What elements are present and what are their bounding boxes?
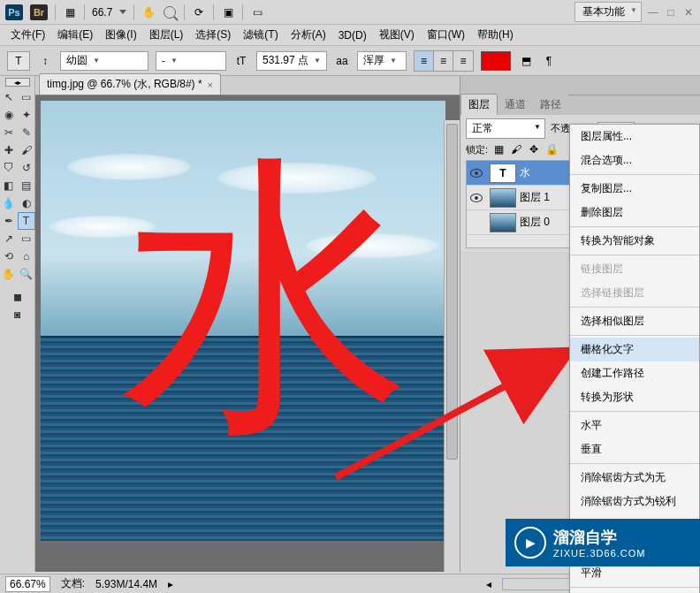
align-left-button[interactable]: ≡ bbox=[415, 51, 434, 71]
menu-select[interactable]: 选择(S) bbox=[190, 26, 236, 44]
eraser-tool[interactable]: ◧ bbox=[0, 177, 18, 194]
cm-convert-to-shape[interactable]: 转换为形状 bbox=[570, 385, 699, 409]
hand-tool-icon[interactable]: ✋ bbox=[141, 5, 156, 19]
font-style-dropdown[interactable]: - bbox=[156, 51, 226, 71]
close-button[interactable]: ✕ bbox=[682, 6, 695, 19]
cm-create-work-path[interactable]: 创建工作路径 bbox=[570, 361, 699, 385]
text-orientation-icon[interactable]: ↕ bbox=[37, 51, 53, 71]
tools-collapse-toggle[interactable]: ◂▸ bbox=[5, 78, 30, 87]
zoom-level-display[interactable]: 66.7 bbox=[92, 6, 112, 19]
menu-help[interactable]: 帮助(H) bbox=[472, 26, 519, 44]
watermark-url: ZIXUE.3D66.COM bbox=[553, 548, 645, 559]
document-tab[interactable]: timg.jpg @ 66.7% (水, RGB/8#) * × bbox=[39, 73, 221, 95]
menu-analysis[interactable]: 分析(A) bbox=[285, 26, 331, 44]
path-select-tool[interactable]: ↗ bbox=[0, 230, 18, 247]
dodge-tool[interactable]: ◐ bbox=[18, 194, 35, 212]
3d-rotate-tool[interactable]: ⟲ bbox=[0, 247, 18, 265]
cm-convert-smart-object[interactable]: 转换为智能对象 bbox=[570, 229, 699, 253]
lock-transparent-icon[interactable]: ▦ bbox=[491, 142, 506, 156]
pen-tool[interactable]: ✒ bbox=[0, 212, 18, 230]
status-flyout-icon[interactable]: ▸ bbox=[168, 578, 173, 590]
cm-convert-paragraph[interactable]: 转换为段落文本 bbox=[570, 589, 699, 593]
quick-mask-toggle[interactable]: ◙ bbox=[9, 306, 27, 323]
3d-camera-tool[interactable]: ⌂ bbox=[18, 247, 35, 265]
vertical-scrollbar[interactable] bbox=[444, 120, 460, 572]
bridge-icon[interactable]: Br bbox=[30, 4, 48, 20]
cm-aa-none[interactable]: 消除锯齿方式为无 bbox=[570, 466, 699, 490]
layers-tab[interactable]: 图层 bbox=[460, 94, 498, 115]
zoom-tool-icon[interactable] bbox=[163, 5, 177, 19]
warp-text-icon[interactable]: ⬒ bbox=[518, 53, 534, 69]
hand-tool[interactable]: ✋ bbox=[0, 265, 18, 283]
brush-tool[interactable]: 🖌 bbox=[18, 141, 35, 159]
align-right-button[interactable]: ≡ bbox=[453, 51, 473, 71]
quick-select-tool[interactable]: ✦ bbox=[18, 106, 35, 124]
gradient-tool[interactable]: ▤ bbox=[18, 177, 35, 194]
cm-delete-layer[interactable]: 删除图层 bbox=[570, 201, 699, 224]
visibility-toggle-icon[interactable] bbox=[470, 194, 483, 202]
status-zoom[interactable]: 66.67% bbox=[5, 576, 50, 592]
workspace-switcher[interactable]: 基本功能 bbox=[574, 2, 642, 22]
align-center-button[interactable]: ≡ bbox=[434, 51, 453, 71]
anti-alias-dropdown[interactable]: 浑厚 bbox=[357, 51, 407, 71]
crop-tool[interactable]: ✂ bbox=[0, 124, 18, 141]
visibility-toggle-icon[interactable] bbox=[470, 169, 483, 178]
foreground-background-swatch[interactable]: ◼ bbox=[9, 288, 27, 306]
maximize-button[interactable]: □ bbox=[665, 6, 677, 19]
lasso-tool[interactable]: ◉ bbox=[0, 106, 18, 124]
cm-rasterize-type[interactable]: 栅格化文字 bbox=[570, 338, 699, 361]
menu-window[interactable]: 窗口(W) bbox=[422, 26, 470, 44]
eyedropper-tool[interactable]: ✎ bbox=[18, 124, 35, 141]
cm-duplicate-layer[interactable]: 复制图层... bbox=[570, 177, 699, 201]
menu-edit[interactable]: 编辑(E) bbox=[52, 26, 98, 44]
launch-mini-bridge-icon[interactable]: ▦ bbox=[63, 5, 77, 19]
photoshop-icon[interactable]: Ps bbox=[5, 4, 23, 20]
cm-horizontal[interactable]: 水平 bbox=[570, 414, 699, 437]
menu-3d[interactable]: 3D(D) bbox=[333, 27, 372, 43]
cm-select-similar[interactable]: 选择相似图层 bbox=[570, 309, 699, 333]
font-family-dropdown[interactable]: 幼圆 bbox=[60, 51, 148, 71]
lock-all-icon[interactable]: 🔒 bbox=[544, 142, 559, 156]
status-doc-info[interactable]: 5.93M/14.4M bbox=[95, 578, 157, 590]
clone-stamp-tool[interactable]: ⛉ bbox=[0, 159, 18, 177]
marquee-tool[interactable]: ▭ bbox=[18, 88, 35, 106]
menu-filter[interactable]: 滤镜(T) bbox=[238, 26, 283, 44]
arrange-documents-icon[interactable]: ▣ bbox=[221, 5, 235, 19]
text-color-swatch[interactable] bbox=[481, 51, 511, 71]
document-tab-bar: timg.jpg @ 66.7% (水, RGB/8#) * × bbox=[35, 76, 460, 95]
lock-pixels-icon[interactable]: 🖌 bbox=[509, 142, 523, 156]
healing-brush-tool[interactable]: ✚ bbox=[0, 141, 18, 159]
hscroll-left-icon[interactable]: ◂ bbox=[486, 578, 491, 590]
zoom-tool-toolbox[interactable]: 🔍 bbox=[18, 265, 35, 283]
font-size-dropdown[interactable]: 531.97 点 bbox=[256, 51, 327, 71]
zoom-dropdown-icon[interactable] bbox=[119, 10, 126, 14]
cm-layer-properties[interactable]: 图层属性... bbox=[570, 125, 699, 148]
history-brush-tool[interactable]: ↺ bbox=[18, 159, 35, 177]
cm-aa-sharp[interactable]: 消除锯齿方式为锐利 bbox=[570, 490, 699, 513]
channels-tab[interactable]: 通道 bbox=[498, 95, 533, 115]
paths-tab[interactable]: 路径 bbox=[533, 95, 568, 115]
cm-vertical[interactable]: 垂直 bbox=[570, 437, 699, 461]
move-tool[interactable]: ↖ bbox=[0, 88, 18, 106]
lock-position-icon[interactable]: ✥ bbox=[527, 142, 541, 156]
menu-file[interactable]: 文件(F) bbox=[5, 26, 50, 44]
cm-link-layers: 链接图层 bbox=[570, 257, 699, 281]
blur-tool[interactable]: 💧 bbox=[0, 194, 18, 212]
menu-image[interactable]: 图像(I) bbox=[100, 26, 141, 44]
rotate-view-icon[interactable]: ⟳ bbox=[192, 5, 206, 19]
font-size-icon: tT bbox=[233, 53, 249, 69]
menu-layer[interactable]: 图层(L) bbox=[144, 26, 189, 44]
document-tab-close-icon[interactable]: × bbox=[208, 80, 213, 90]
screen-mode-icon[interactable]: ▭ bbox=[250, 5, 264, 19]
type-tool[interactable]: T bbox=[18, 212, 35, 230]
type-tool-indicator[interactable]: T bbox=[7, 51, 30, 71]
options-bar: T ↕ 幼圆 - tT 531.97 点 aa 浑厚 ≡ ≡ ≡ ⬒ ¶ bbox=[0, 46, 700, 76]
character-panel-icon[interactable]: ¶ bbox=[541, 53, 557, 69]
minimize-button[interactable]: — bbox=[647, 6, 659, 19]
panel-collapse-strip[interactable] bbox=[460, 76, 700, 95]
canvas-viewport[interactable]: 水 bbox=[35, 95, 460, 572]
shape-tool[interactable]: ▭ bbox=[18, 230, 35, 247]
cm-blending-options[interactable]: 混合选项... bbox=[570, 148, 699, 172]
menu-view[interactable]: 视图(V) bbox=[374, 26, 420, 44]
blend-mode-dropdown[interactable]: 正常 bbox=[466, 118, 545, 139]
